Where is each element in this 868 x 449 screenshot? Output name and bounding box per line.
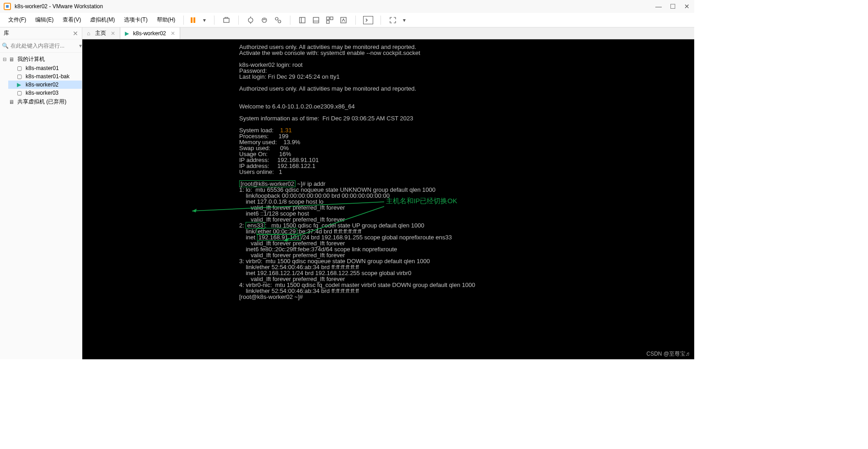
vm-running-icon: ▶ <box>17 81 24 88</box>
annotation-label: 主机名和IP已经切换OK <box>386 197 457 204</box>
tree-shared-vms[interactable]: 🖥 共享虚拟机 (已弃用) <box>0 97 82 107</box>
tree-vm-label: k8s-master01 <box>26 65 59 71</box>
svg-rect-7 <box>300 17 305 23</box>
menu-help[interactable]: 帮助(H) <box>153 14 179 26</box>
svg-point-6 <box>278 20 281 23</box>
terminal-icon[interactable] <box>363 16 373 24</box>
svg-rect-2 <box>224 18 229 22</box>
sidebar-search[interactable]: 🔍 ▾ <box>0 39 82 53</box>
tab-vm-worker02[interactable]: ▶ k8s-worker02 ✕ <box>120 27 180 39</box>
tab-close-icon[interactable]: ✕ <box>171 30 175 37</box>
tree-root-label: 我的计算机 <box>17 55 45 63</box>
tree-vm-label: k8s-master01-bak <box>26 73 70 80</box>
minimize-button[interactable]: ― <box>655 3 662 10</box>
vm-icon: ▢ <box>17 90 24 96</box>
view-unity-icon[interactable] <box>339 16 348 25</box>
fullscreen-icon[interactable] <box>388 16 397 25</box>
svg-marker-16 <box>192 209 197 212</box>
tree-vm-worker02[interactable]: ▶ k8s-worker02 <box>8 81 82 89</box>
shared-icon: 🖥 <box>9 99 16 105</box>
watermark: CSDN @至尊宝♬ <box>646 351 690 357</box>
collapse-icon[interactable]: ⊟ <box>2 57 7 62</box>
dropdown-icon[interactable]: ▾ <box>202 16 207 25</box>
search-icon: 🔍 <box>2 43 9 49</box>
window-titlebar: k8s-worker02 - VMware Workstation ― ☐ ✕ <box>0 0 694 13</box>
tree-vm-worker03[interactable]: ▢ k8s-worker03 <box>8 89 82 97</box>
manage-icon[interactable] <box>273 16 283 25</box>
tab-close-icon[interactable]: ✕ <box>111 30 115 37</box>
pause-icon[interactable] <box>188 16 198 25</box>
tree-vm-master01bak[interactable]: ▢ k8s-master01-bak <box>8 72 82 81</box>
menu-tabs[interactable]: 选项卡(T) <box>120 14 151 26</box>
close-button[interactable]: ✕ <box>684 3 690 10</box>
tab-home[interactable]: ⌂ 主页 ✕ <box>82 27 120 39</box>
view-single-icon[interactable] <box>298 16 307 25</box>
search-dropdown-icon[interactable]: ▾ <box>79 43 82 49</box>
tab-home-label: 主页 <box>95 29 106 37</box>
search-input[interactable] <box>11 41 79 50</box>
svg-rect-0 <box>191 17 193 23</box>
tree-vm-master01[interactable]: ▢ k8s-master01 <box>8 64 82 72</box>
tabs-bar: ⌂ 主页 ✕ ▶ k8s-worker02 ✕ <box>82 27 694 39</box>
window-title: k8s-worker02 - VMware Workstation <box>15 3 103 10</box>
tab-vm-label: k8s-worker02 <box>133 30 166 37</box>
svg-rect-9 <box>313 17 319 23</box>
svg-rect-1 <box>193 17 195 23</box>
menu-file[interactable]: 文件(F) <box>5 14 30 26</box>
vm-running-icon: ▶ <box>125 30 131 37</box>
svg-rect-12 <box>330 17 333 20</box>
computer-icon: 🖥 <box>9 56 16 63</box>
view-console-icon[interactable] <box>311 16 321 25</box>
dropdown2-icon[interactable]: ▾ <box>402 16 407 25</box>
tree-vm-label: k8s-worker02 <box>26 81 59 88</box>
content-area: ⌂ 主页 ✕ ▶ k8s-worker02 ✕ Authorized users… <box>82 27 694 359</box>
vm-icon: ▢ <box>17 65 24 71</box>
menubar: 文件(F) 编辑(E) 查看(V) 虚拟机(M) 选项卡(T) 帮助(H) ▾ … <box>0 13 694 27</box>
vm-icon: ▢ <box>17 73 24 80</box>
view-thumb-icon[interactable] <box>325 16 334 25</box>
svg-point-3 <box>248 18 253 22</box>
vmware-icon <box>3 2 12 11</box>
tree-vm-label: k8s-worker03 <box>26 90 59 96</box>
sidebar-header-label: 库 <box>4 29 9 37</box>
svg-rect-11 <box>327 17 329 20</box>
menu-view[interactable]: 查看(V) <box>59 14 85 26</box>
sidebar-close-icon[interactable]: ✕ <box>73 30 78 37</box>
tree-shared-label: 共享虚拟机 (已弃用) <box>17 98 66 106</box>
svg-point-5 <box>275 17 278 20</box>
send-icon[interactable] <box>222 16 231 25</box>
menu-edit[interactable]: 编辑(E) <box>32 14 57 26</box>
vm-tree: ⊟ 🖥 我的计算机 ▢ k8s-master01 ▢ k8s-master01-… <box>0 53 82 108</box>
sidebar: 库 ✕ 🔍 ▾ ⊟ 🖥 我的计算机 ▢ k8s-master01 ▢ k8s-m… <box>0 27 82 359</box>
vm-console[interactable]: Authorized users only. All activities ma… <box>82 39 694 359</box>
tree-root-mycomputer[interactable]: ⊟ 🖥 我的计算机 <box>0 54 82 64</box>
maximize-button[interactable]: ☐ <box>670 3 676 10</box>
home-icon: ⌂ <box>87 30 93 37</box>
svg-rect-13 <box>327 21 329 23</box>
menu-vm[interactable]: 虚拟机(M) <box>86 14 118 26</box>
snapshot-icon[interactable] <box>246 16 255 25</box>
revert-icon[interactable] <box>260 16 269 25</box>
